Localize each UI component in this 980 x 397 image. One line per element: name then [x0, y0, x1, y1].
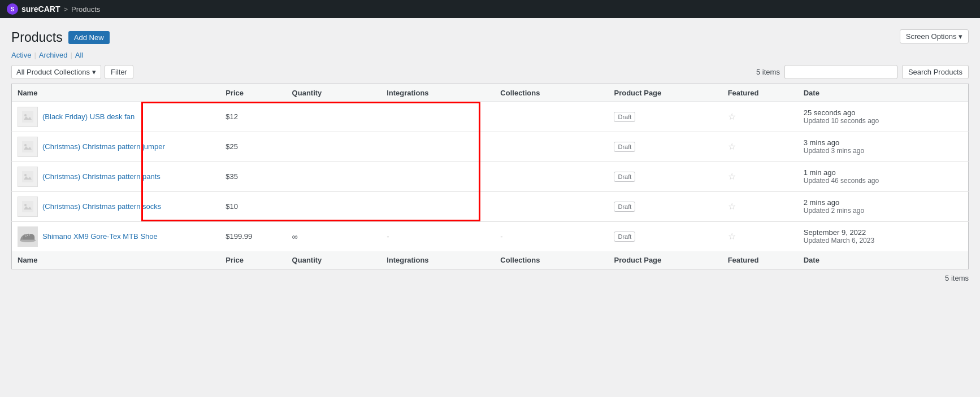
- date-primary: 3 mins ago: [804, 138, 962, 147]
- product-name-link[interactable]: (Christmas) Christmas pattern jumper: [42, 142, 165, 151]
- main-wrap: Screen Options ▾ Products Add New Active…: [0, 18, 980, 397]
- table-footer-row: Name Price Quantity Integrations Collect…: [12, 251, 969, 269]
- col-header-collections: Collections: [495, 84, 608, 102]
- date-secondary: Updated 2 mins ago: [804, 207, 962, 215]
- col-footer-product-page: Product Page: [608, 251, 722, 269]
- col-footer-quantity: Quantity: [287, 251, 381, 269]
- content-area: Screen Options ▾ Products Add New Active…: [0, 18, 980, 397]
- col-footer-name: Name: [12, 251, 220, 269]
- product-integrations-cell: [381, 132, 495, 162]
- table-row: (Christmas) Christmas pattern jumper $25…: [12, 132, 969, 162]
- product-collections-cell: [495, 102, 608, 132]
- product-name-cell: (Christmas) Christmas pattern jumper: [12, 132, 220, 162]
- product-page-cell: Draft: [608, 102, 722, 132]
- search-input[interactable]: [784, 65, 897, 79]
- product-name-cell: Shimano XM9 Gore-Tex MTB Shoe: [12, 221, 220, 251]
- table-row: (Christmas) Christmas pattern socks $10D…: [12, 191, 969, 221]
- svg-point-3: [24, 144, 27, 146]
- svg-point-10: [27, 235, 28, 236]
- product-thumbnail: [18, 137, 38, 157]
- tab-archived[interactable]: Archived: [39, 51, 68, 59]
- product-thumbnail: [18, 226, 38, 247]
- page-title-wrap: Products Add New: [11, 29, 110, 46]
- product-quantity-cell: [287, 132, 381, 162]
- col-header-date: Date: [798, 84, 969, 102]
- page-title: Products: [11, 29, 63, 46]
- screen-options-button[interactable]: Screen Options ▾: [900, 29, 969, 43]
- product-quantity-cell: ∞: [287, 221, 381, 251]
- chevron-down-icon: ▾: [92, 68, 96, 76]
- svg-point-5: [24, 174, 27, 176]
- product-featured-cell: ☆: [722, 102, 798, 132]
- col-header-featured: Featured: [722, 84, 798, 102]
- col-footer-integrations: Integrations: [381, 251, 495, 269]
- svg-rect-2: [22, 141, 33, 152]
- items-count-bottom: 5 items: [945, 274, 969, 282]
- svg-point-11: [29, 234, 30, 235]
- tab-active[interactable]: Active: [11, 51, 31, 59]
- product-quantity-cell: [287, 191, 381, 221]
- svg-point-1: [24, 114, 27, 116]
- table-head: Name Price Quantity Integrations Collect…: [12, 84, 969, 102]
- svg-rect-6: [22, 201, 33, 212]
- product-thumbnail: [18, 167, 38, 187]
- date-primary: 1 min ago: [804, 168, 962, 177]
- product-name-link[interactable]: (Christmas) Christmas pattern socks: [42, 202, 161, 211]
- col-footer-date: Date: [798, 251, 969, 269]
- product-collections-cell: [495, 132, 608, 162]
- status-badge: Draft: [614, 232, 635, 242]
- items-count-top: 5 items: [756, 68, 780, 76]
- product-featured-cell: ☆: [722, 132, 798, 162]
- star-icon[interactable]: ☆: [728, 142, 736, 151]
- product-thumbnail: [18, 197, 38, 217]
- status-badge: Draft: [614, 112, 635, 122]
- product-name-link[interactable]: (Christmas) Christmas pattern pants: [42, 172, 161, 181]
- status-tabs: Active | Archived | All: [11, 51, 969, 59]
- product-date-cell: 1 min ago Updated 46 seconds ago: [798, 162, 969, 191]
- add-new-button[interactable]: Add New: [68, 31, 110, 44]
- star-icon[interactable]: ☆: [728, 172, 736, 181]
- table-row: Shimano XM9 Gore-Tex MTB Shoe $199.99∞--…: [12, 221, 969, 251]
- star-icon[interactable]: ☆: [728, 202, 736, 211]
- product-collections-cell: [495, 191, 608, 221]
- product-date-cell: September 9, 2022 Updated March 6, 2023: [798, 221, 969, 251]
- filter-button[interactable]: Filter: [105, 65, 133, 79]
- product-integrations-cell: -: [381, 221, 495, 251]
- product-price-cell: $12: [220, 102, 286, 132]
- tablenav-right: 5 items Search Products: [756, 65, 969, 79]
- surecart-logo: S sureCART: [7, 3, 60, 15]
- logo-icon: S: [7, 3, 18, 15]
- product-featured-cell: ☆: [722, 162, 798, 191]
- screen-options-wrap: Screen Options ▾: [900, 29, 969, 43]
- product-name-link[interactable]: Shimano XM9 Gore-Tex MTB Shoe: [42, 232, 158, 241]
- product-name-link[interactable]: (Black Friday) USB desk fan: [42, 112, 135, 121]
- col-footer-collections: Collections: [495, 251, 608, 269]
- tab-sep-2: |: [70, 51, 72, 59]
- col-footer-price: Price: [220, 251, 286, 269]
- col-header-price: Price: [220, 84, 286, 102]
- product-collections-cell: -: [495, 221, 608, 251]
- tablenav-left: All Product Collections ▾ Filter: [11, 65, 133, 79]
- collection-dropdown[interactable]: All Product Collections ▾: [11, 65, 101, 79]
- product-quantity-cell: [287, 102, 381, 132]
- product-name-cell: (Christmas) Christmas pattern pants: [12, 162, 220, 191]
- col-footer-featured: Featured: [722, 251, 798, 269]
- product-collections-cell: [495, 162, 608, 191]
- star-icon[interactable]: ☆: [728, 112, 736, 121]
- tab-all[interactable]: All: [75, 51, 83, 59]
- tablenav-top: All Product Collections ▾ Filter 5 items…: [11, 65, 969, 79]
- product-quantity-cell: [287, 162, 381, 191]
- star-icon[interactable]: ☆: [728, 232, 736, 241]
- search-button[interactable]: Search Products: [902, 65, 969, 79]
- col-header-quantity: Quantity: [287, 84, 381, 102]
- col-header-product-page: Product Page: [608, 84, 722, 102]
- date-secondary: Updated 46 seconds ago: [804, 177, 962, 185]
- breadcrumb-separator: >: [63, 5, 68, 14]
- svg-rect-0: [22, 111, 33, 123]
- product-page-cell: Draft: [608, 221, 722, 251]
- status-badge: Draft: [614, 172, 635, 182]
- date-primary: September 9, 2022: [804, 228, 962, 237]
- svg-rect-4: [22, 171, 33, 182]
- col-header-integrations: Integrations: [381, 84, 495, 102]
- collection-dropdown-label: All Product Collections: [16, 68, 90, 76]
